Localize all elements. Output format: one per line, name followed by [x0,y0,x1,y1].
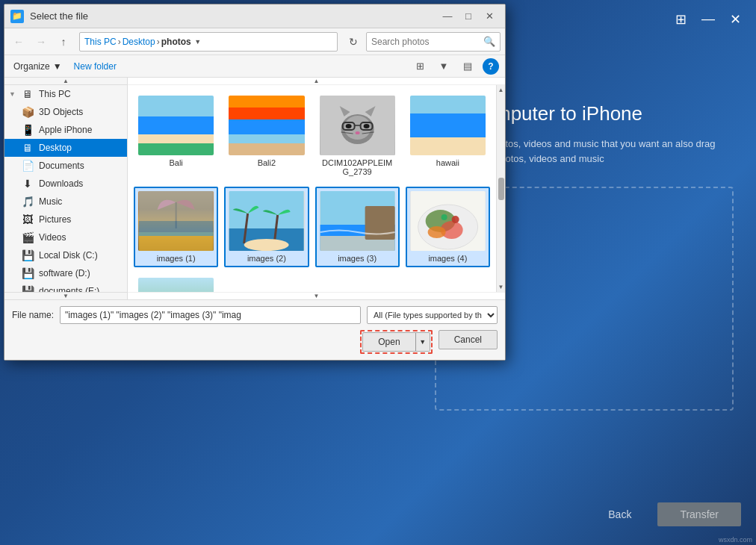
address-dropdown-button[interactable]: ▼ [193,37,203,47]
nav-up-button[interactable]: ↑ [54,32,73,52]
pictures-icon: 🖼 [21,214,34,225]
nav-label-local-disk-c: Local Disk (C:) [39,250,98,261]
nav-item-software-d[interactable]: 💾 software (D:) [4,264,127,282]
nav-label-documents-e: documents (E:) [39,286,99,292]
nav-label-3d-objects: 3D Objects [39,107,83,117]
file-name-bali2: Bali2 [258,158,276,167]
view-options-button[interactable]: ⊞ [411,58,429,75]
nav-item-this-pc[interactable]: ▼ 🖥 This PC [4,85,127,103]
file-thumb-dcim [320,96,395,155]
dialog-close-button[interactable]: ✕ [480,9,499,24]
videos-icon: 🎬 [21,231,34,243]
crumb-desktop[interactable]: Desktop [123,37,155,47]
open-button[interactable]: Open [362,332,415,352]
scrollbar-down-arrow[interactable]: ▼ [498,284,504,290]
nav-forward-button[interactable]: → [31,32,51,52]
desktop-icon: 🖥 [21,142,34,154]
crumb-photos: photos [161,37,191,47]
svg-rect-17 [139,191,214,221]
search-input[interactable] [371,37,483,47]
file-name-images3: images (3) [338,254,377,263]
images1-svg [138,191,214,251]
scrollbar-up-arrow[interactable]: ▲ [498,87,504,93]
nav-item-apple-iphone[interactable]: 📱 Apple iPhone [4,121,127,139]
nav-item-documents-e[interactable]: 💾 documents (E:) [4,282,127,292]
transfer-button[interactable]: Transfer [657,502,741,526]
file-grid-partial [134,273,490,292]
nav-label-software-d: software (D:) [39,268,90,278]
file-area: ▲ Bali [128,78,505,299]
file-item-images4[interactable]: images (4) [406,187,490,267]
dialog-maximize-button[interactable]: □ [459,9,478,24]
pane-toggle-button[interactable]: ▤ [459,58,477,75]
file-name-images4: images (4) [428,254,467,263]
filename-input[interactable] [60,306,361,324]
nav-item-videos[interactable]: 🎬 Videos [4,228,127,246]
file-item-hawaii[interactable]: hawaii [406,91,490,181]
disk-e-icon: 💾 [21,285,34,292]
file-thumb-images4 [410,191,486,251]
nav-label-apple-iphone: Apple iPhone [39,125,92,135]
search-button[interactable]: 🔍 [483,36,495,47]
dialog-organize-toolbar: Organize ▼ New folder ⊞ ▼ ▤ ? [4,55,505,78]
svg-point-10 [355,131,359,134]
filetype-select[interactable]: All (File types supported by the [367,306,498,324]
dialog-bottom: File name: All (File types supported by … [4,299,505,360]
search-bar: 🔍 [366,32,501,52]
nav-label-videos: Videos [39,232,66,243]
cat-svg [320,96,395,155]
nav-item-local-disk-c[interactable]: 💾 Local Disk (C:) [4,246,127,264]
filename-label: File name: [12,310,54,320]
scrollbar-thumb[interactable] [498,178,504,200]
nav-label-pictures: Pictures [39,214,71,225]
nav-item-music[interactable]: 🎵 Music [4,193,127,211]
refresh-button[interactable]: ↻ [344,32,363,52]
file-item-partial[interactable] [134,273,218,292]
nav-item-downloads[interactable]: ⬇ Downloads [4,175,127,193]
nav-scroll-up[interactable]: ▲ [4,78,127,85]
crumb-this-pc[interactable]: This PC [84,37,117,47]
nav-item-3d-objects[interactable]: 📦 3D Objects [4,103,127,121]
view-dropdown-button[interactable]: ▼ [435,58,453,75]
file-item-bali[interactable]: Bali [134,91,218,181]
nav-item-documents[interactable]: 📄 Documents [4,157,127,175]
file-item-bali2[interactable]: Bali2 [224,91,309,181]
grid-scroll-up[interactable]: ▲ [128,78,505,85]
file-item-images2[interactable]: images (2) [224,187,309,267]
nav-item-pictures[interactable]: 🖼 Pictures [4,211,127,228]
grid-scrollbar[interactable]: ▲ ▼ [496,85,505,292]
organize-button[interactable]: Organize ▼ [10,58,65,75]
file-item-images3[interactable]: images (3) [315,187,400,267]
back-button[interactable]: Back [593,502,646,526]
file-name-images1: images (1) [157,254,196,263]
file-thumb-images3 [320,191,395,251]
nav-item-desktop[interactable]: 🖥 Desktop [4,139,127,157]
file-thumb-bali [138,96,214,155]
nav-label-this-pc: This PC [39,89,71,99]
pc-icon: 🖥 [21,88,34,100]
file-dialog: 📁 Select the file — □ ✕ ← → ↑ This PC › … [4,4,506,361]
cancel-button[interactable]: Cancel [439,330,498,349]
close-icon[interactable]: ✕ [730,11,741,28]
dialog-minimize-button[interactable]: — [438,9,457,24]
file-name-dcim: DCIM102APPLEIM G_2739 [320,158,395,176]
file-item-dcim[interactable]: DCIM102APPLEIM G_2739 [315,91,400,181]
file-name-images2: images (2) [247,254,286,263]
open-dropdown-button[interactable]: ▼ [415,332,430,352]
nav-label-desktop: Desktop [39,143,72,153]
iphone-icon: 📱 [21,124,34,136]
nav-back-button[interactable]: ← [9,32,28,52]
images4-svg [410,191,486,251]
file-thumb-images2 [229,191,304,251]
file-item-images1[interactable]: images (1) [134,187,218,267]
grid-scroll-container: Bali Bali2 [128,85,505,292]
help-button[interactable]: ? [483,58,499,75]
nav-scroll-down[interactable]: ▼ [4,292,127,299]
file-thumb-bali2 [229,96,304,155]
minimize-icon[interactable]: — [701,11,715,28]
file-name-hawaii: hawaii [436,158,459,167]
grid-scroll-down[interactable]: ▼ [128,292,505,299]
new-folder-button[interactable]: New folder [71,58,120,75]
open-btn-container: Open ▼ [360,330,432,354]
crumb-sep-1: › [118,37,121,47]
